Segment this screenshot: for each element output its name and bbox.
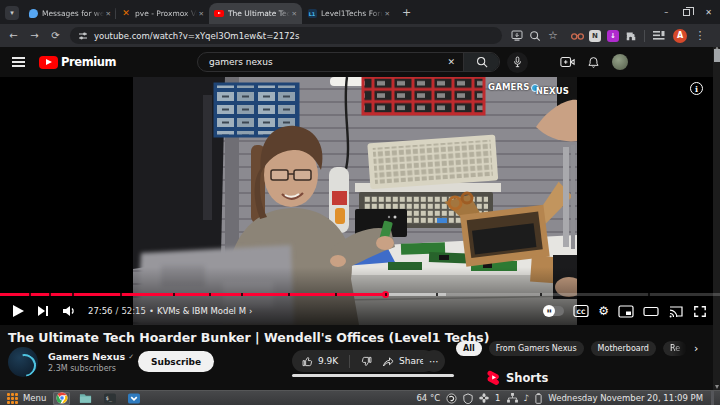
- extensions-puzzle-icon[interactable]: [622, 30, 640, 42]
- n-extension-icon[interactable]: N: [586, 30, 604, 42]
- verified-badge-icon: ✓: [128, 353, 134, 361]
- cast-button[interactable]: [668, 305, 684, 318]
- miniplayer-button[interactable]: [618, 305, 634, 318]
- window-minimize-button[interactable]: –: [664, 8, 668, 17]
- chapter-marker: [385, 293, 387, 296]
- actions-scrollbar[interactable]: [292, 374, 454, 377]
- battery-tray-icon[interactable]: [535, 393, 542, 404]
- chat-icon: [28, 9, 38, 19]
- channel-name[interactable]: Gamers Nexus ✓: [48, 351, 134, 362]
- taskbar: Menu $_ 64 °C 1 ♪ Wednesday November 20,…: [0, 390, 720, 405]
- chip-motherboard[interactable]: Motherboard: [591, 341, 656, 356]
- taskbar-app-icon[interactable]: [125, 392, 142, 405]
- site-settings-icon[interactable]: [78, 31, 88, 41]
- chapter-marker: [209, 293, 211, 296]
- swirl-tray-icon[interactable]: [446, 393, 457, 404]
- subscribe-button[interactable]: Subscribe: [138, 351, 214, 372]
- scrollbar-thumb[interactable]: [714, 49, 720, 62]
- voice-search-button[interactable]: [507, 52, 528, 73]
- forward-button[interactable]: →: [24, 30, 45, 41]
- chapter-marker: [540, 293, 542, 296]
- network-tray-icon[interactable]: [507, 393, 518, 403]
- user-avatar[interactable]: [612, 54, 628, 70]
- notifications-bell-icon[interactable]: [587, 56, 600, 69]
- create-video-icon[interactable]: [560, 56, 575, 68]
- show-desktop-button[interactable]: [711, 391, 714, 405]
- reload-button[interactable]: ⟳: [45, 30, 66, 41]
- like-count[interactable]: 9.9K: [318, 356, 338, 366]
- clear-search-icon[interactable]: ✕: [439, 57, 463, 67]
- search-bar[interactable]: gamers nexus ✕: [197, 52, 500, 72]
- page-scrollbar[interactable]: [713, 47, 720, 390]
- like-icon[interactable]: [302, 356, 313, 367]
- workspace-indicator[interactable]: 1: [495, 393, 500, 403]
- tab-level1techs[interactable]: L1 Level1Techs Forums ✕: [302, 3, 395, 24]
- cpu-temperature[interactable]: 64 °C: [416, 393, 440, 403]
- autoplay-toggle[interactable]: [543, 306, 564, 316]
- settings-gear-icon[interactable]: ⚙: [598, 305, 609, 317]
- menu-grid-icon[interactable]: [7, 393, 18, 404]
- tab-proxmox[interactable]: ✕ pve - Proxmox Virtual Enviro ✕: [116, 3, 209, 24]
- dislike-icon[interactable]: [361, 356, 372, 367]
- chapter-title[interactable]: KVMs & IBM Model M: [157, 306, 246, 316]
- browser-tab-strip: ▾ Messages for web ✕ ✕ pve - Proxmox Vir…: [0, 0, 720, 24]
- youtube-page: Premium gamers nexus ✕: [0, 47, 720, 390]
- play-button[interactable]: [13, 305, 24, 317]
- more-actions-button[interactable]: ⋯: [423, 350, 445, 372]
- progress-bar[interactable]: [0, 293, 720, 296]
- search-button[interactable]: [463, 53, 499, 71]
- volume-icon[interactable]: [62, 305, 76, 317]
- video-player[interactable]: GAMERS NEXUS i 27:56 / 52:15 • KVMs & IB: [0, 77, 720, 325]
- monitor-back: [133, 77, 225, 269]
- close-tab-icon[interactable]: ✕: [292, 10, 297, 18]
- chapter-marker: [288, 293, 290, 296]
- taskbar-terminal-icon[interactable]: $_: [101, 392, 118, 405]
- shorts-section-header[interactable]: Shorts: [487, 370, 548, 385]
- tab-messages[interactable]: Messages for web ✕: [23, 3, 116, 24]
- fullscreen-button[interactable]: [693, 305, 707, 318]
- chapter-chevron-icon[interactable]: ›: [249, 306, 252, 316]
- clock[interactable]: Wednesday November 20, 11:09 PM: [548, 393, 703, 403]
- window-close-button[interactable]: ✕: [705, 8, 712, 17]
- glasses-extension-icon[interactable]: [568, 32, 586, 40]
- channel-avatar[interactable]: [8, 347, 38, 377]
- search-input[interactable]: gamers nexus: [198, 57, 439, 67]
- chips-scroll-chevron[interactable]: ›: [694, 342, 698, 355]
- tab-youtube-active[interactable]: The Ultimate Tech Hoarder B ✕: [209, 3, 302, 24]
- captions-button[interactable]: CC: [573, 304, 589, 318]
- chip-truncated[interactable]: Re: [663, 341, 687, 356]
- url-text[interactable]: youtube.com/watch?v=xYqeI3Om1ew&t=2172s: [94, 31, 299, 41]
- download-extension-icon[interactable]: ↓: [604, 30, 622, 42]
- close-tab-icon[interactable]: ✕: [385, 10, 390, 18]
- audio-tray-icon[interactable]: ♪: [524, 393, 530, 403]
- theater-mode-button[interactable]: [643, 305, 659, 318]
- system-tray: 64 °C 1 ♪ Wednesday November 20, 11:09 P…: [416, 391, 720, 405]
- chip-from-channel[interactable]: From Gamers Nexus: [489, 341, 584, 356]
- next-button[interactable]: [37, 305, 49, 317]
- shield-tray-icon[interactable]: [463, 393, 473, 404]
- info-icon[interactable]: i: [690, 82, 703, 95]
- tab-search-button[interactable]: ▾: [5, 6, 19, 20]
- close-tab-icon[interactable]: ✕: [199, 10, 204, 18]
- youtube-premium-logo[interactable]: Premium: [39, 55, 116, 69]
- youtube-icon: [214, 9, 224, 19]
- menu-button[interactable]: Menu: [23, 393, 46, 403]
- search-lens-icon[interactable]: [526, 30, 544, 42]
- browser-menu-icon[interactable]: ⋮: [691, 29, 709, 42]
- taskbar-chrome-icon[interactable]: [53, 392, 70, 405]
- taskbar-files-icon[interactable]: [77, 392, 94, 405]
- address-bar[interactable]: youtube.com/watch?v=xYqeI3Om1ew&t=2172s: [70, 27, 502, 44]
- time-display: 27:56 / 52:15 • KVMs & IBM Model M ›: [88, 306, 252, 316]
- window-restore-button[interactable]: [683, 9, 690, 16]
- fan-tray-icon[interactable]: [479, 393, 489, 403]
- progress-played: [0, 293, 385, 296]
- bookmark-star-icon[interactable]: ☆: [544, 29, 562, 42]
- install-icon[interactable]: [508, 30, 526, 41]
- new-tab-button[interactable]: +: [402, 6, 411, 19]
- chip-all[interactable]: All: [456, 341, 482, 356]
- tab-list-icon[interactable]: [649, 30, 667, 41]
- close-tab-icon[interactable]: ✕: [106, 10, 111, 18]
- browser-profile-avatar[interactable]: A: [671, 29, 689, 43]
- hamburger-menu-icon[interactable]: [12, 57, 25, 66]
- back-button[interactable]: ←: [3, 30, 24, 41]
